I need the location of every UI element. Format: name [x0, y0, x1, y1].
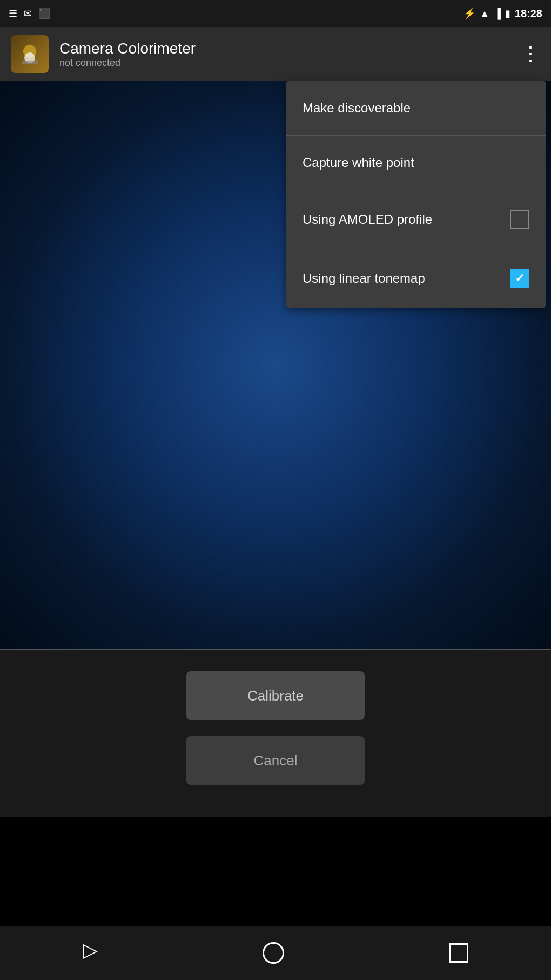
app-title-block: Camera Colorimeter not connected — [59, 40, 196, 69]
wifi-icon: ▲ — [480, 8, 489, 19]
status-right-icons: ⚡ ▲ ▐ ▮ 18:28 — [463, 8, 542, 20]
notification-icon: ☰ — [9, 8, 17, 19]
more-options-icon[interactable]: ⋮ — [521, 44, 540, 64]
menu-item-label: Make discoverable — [303, 101, 411, 116]
menu-item-using-amoled-profile[interactable]: Using AMOLED profile — [286, 190, 546, 249]
calibrate-button[interactable]: Calibrate — [186, 671, 365, 720]
menu-item-label: Using AMOLED profile — [303, 212, 432, 227]
bottom-area: Calibrate Cancel — [0, 650, 551, 817]
bluetooth-icon: ⚡ — [463, 8, 475, 19]
app-subtitle: not connected — [59, 57, 196, 69]
menu-item-label: Using linear tonemap — [303, 271, 425, 286]
app-title: Camera Colorimeter — [59, 40, 196, 57]
nav-bar: ◁ — [0, 926, 551, 980]
menu-item-make-discoverable[interactable]: Make discoverable — [286, 81, 546, 136]
app-icon — [11, 35, 49, 73]
status-left-icons: ☰ ✉ ⬛ — [9, 8, 50, 19]
svg-rect-2 — [22, 61, 38, 64]
app-bar: Camera Colorimeter not connected ⋮ — [0, 27, 551, 81]
menu-item-using-linear-tonemap[interactable]: Using linear tonemap ✓ — [286, 249, 546, 308]
linear-tonemap-checkbox[interactable]: ✓ — [510, 269, 529, 288]
menu-item-label: Capture white point — [303, 155, 414, 170]
menu-item-capture-white-point[interactable]: Capture white point — [286, 136, 546, 190]
recent-apps-icon[interactable] — [449, 943, 468, 963]
back-icon[interactable]: ◁ — [83, 942, 98, 964]
status-time: 18:28 — [515, 8, 542, 20]
status-bar: ☰ ✉ ⬛ ⚡ ▲ ▐ ▮ 18:28 — [0, 0, 551, 27]
app-bar-left: Camera Colorimeter not connected — [11, 35, 196, 73]
signal-icon: ▐ — [494, 8, 501, 19]
cancel-button[interactable]: Cancel — [186, 736, 365, 785]
dropdown-menu: Make discoverable Capture white point Us… — [286, 81, 546, 308]
amazon-icon: ⬛ — [38, 8, 50, 19]
checkmark-icon: ✓ — [515, 271, 525, 285]
battery-icon: ▮ — [505, 8, 510, 19]
home-icon[interactable] — [263, 942, 284, 964]
email-icon: ✉ — [24, 8, 32, 19]
amoled-profile-checkbox[interactable] — [510, 210, 529, 229]
